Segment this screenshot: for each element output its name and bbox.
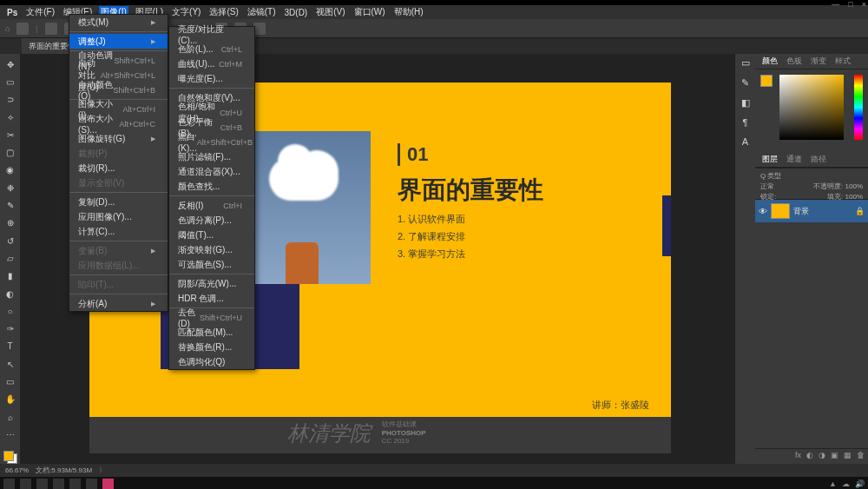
menu-item[interactable]: 反相(I)Ctrl+I <box>169 198 254 213</box>
menu-item[interactable]: 替换颜色(R)... <box>169 340 254 354</box>
menu-item[interactable]: 通道混合器(X)... <box>169 164 254 179</box>
menu-item[interactable]: 画布大小(S)...Alt+Ctrl+C <box>69 116 168 131</box>
menu-item[interactable]: 黑白(K)...Alt+Shift+Ctrl+B <box>169 135 254 149</box>
para-icon[interactable]: A <box>742 136 748 147</box>
blur-tool-icon[interactable]: ◐ <box>3 287 17 301</box>
task-icon[interactable] <box>36 479 48 490</box>
menu-item[interactable]: 照片滤镜(F)... <box>169 149 254 164</box>
zoom-level[interactable]: 66.67% <box>5 466 29 474</box>
menu-item[interactable]: 调整(J) <box>69 34 168 49</box>
opt-icon[interactable] <box>253 23 266 35</box>
hand-tool-icon[interactable]: ✋ <box>3 393 17 406</box>
close-button[interactable]: × <box>862 0 866 9</box>
folder-icon[interactable]: ▣ <box>831 451 838 462</box>
tray-icon[interactable]: ☁ <box>842 479 850 488</box>
color-swatch[interactable] <box>3 451 17 464</box>
menu-item[interactable]: 曲线(U)...Ctrl+M <box>169 56 254 71</box>
tab-styles[interactable]: 样式 <box>835 56 851 67</box>
wand-tool-icon[interactable]: ✧ <box>3 110 17 124</box>
tray-icon[interactable]: 🔊 <box>855 479 865 488</box>
menu-file[interactable]: 文件(F) <box>24 6 56 18</box>
layer-thumbnail[interactable] <box>771 203 790 219</box>
tab-gradient[interactable]: 渐变 <box>811 56 826 67</box>
eyedropper-tool-icon[interactable]: ◉ <box>3 163 17 177</box>
tab-channels[interactable]: 通道 <box>786 154 802 165</box>
menu-item[interactable]: 计算(C)... <box>69 224 168 239</box>
new-layer-icon[interactable]: ▦ <box>844 451 852 462</box>
saturation-field[interactable] <box>779 75 844 140</box>
menu-item[interactable]: 亮度/对比度(C)... <box>169 27 254 42</box>
menu-item[interactable]: 自动颜色(O)Shift+Ctrl+B <box>69 83 168 97</box>
tab-paths[interactable]: 路径 <box>811 154 826 165</box>
char-icon[interactable]: ¶ <box>743 117 748 128</box>
stamp-tool-icon[interactable]: ⊕ <box>3 216 17 230</box>
menu-3d[interactable]: 3D(D) <box>283 8 310 17</box>
opt-icon[interactable] <box>45 23 57 35</box>
menu-window[interactable]: 窗口(W) <box>352 6 387 18</box>
brush-tool-icon[interactable]: ✎ <box>3 198 17 212</box>
task-icon[interactable] <box>102 479 114 490</box>
tray-icon[interactable]: ▲ <box>829 479 837 488</box>
brush-panel-icon[interactable]: ✎ <box>741 77 749 89</box>
history-brush-icon[interactable]: ↺ <box>3 234 17 248</box>
tab-color[interactable]: 颜色 <box>762 56 778 67</box>
mask-icon[interactable]: ◐ <box>806 451 813 462</box>
trash-icon[interactable]: 🗑 <box>857 451 865 462</box>
layer-kind-select[interactable]: Q 类型 <box>760 171 863 182</box>
menu-item[interactable]: 渐变映射(G)... <box>169 242 254 257</box>
layer-row[interactable]: 👁 背景 🔒 <box>755 200 868 222</box>
pen-tool-icon[interactable]: ✑ <box>3 321 17 335</box>
eraser-tool-icon[interactable]: ▱ <box>3 251 17 265</box>
blend-mode-select[interactable]: 正常 <box>760 182 774 192</box>
tab-layers[interactable]: 图层 <box>762 154 778 165</box>
lasso-tool-icon[interactable]: ⊃ <box>3 93 17 107</box>
menu-item[interactable]: 色调分离(P)... <box>169 213 254 228</box>
home-icon[interactable]: ⌂ <box>5 24 10 33</box>
task-icon[interactable] <box>20 479 31 490</box>
menu-item[interactable]: 应用图像(Y)... <box>69 209 168 224</box>
task-icon[interactable] <box>86 479 97 490</box>
adjustment-icon[interactable]: ◑ <box>819 451 825 462</box>
heal-tool-icon[interactable]: ❉ <box>3 181 17 195</box>
menu-item[interactable]: HDR 色调... <box>169 291 254 306</box>
maximize-button[interactable]: □ <box>848 0 852 9</box>
menu-item[interactable]: 匹配颜色(M)... <box>169 325 254 340</box>
path-tool-icon[interactable]: ↖ <box>3 357 17 371</box>
color-picker[interactable] <box>755 69 868 152</box>
hue-slider[interactable] <box>854 75 863 140</box>
menu-item[interactable]: 模式(M) <box>69 15 168 30</box>
menu-help[interactable]: 帮助(H) <box>392 6 425 18</box>
move-tool-icon[interactable]: ✥ <box>3 57 17 71</box>
menu-filter[interactable]: 滤镜(T) <box>246 6 278 18</box>
menu-item[interactable]: 颜色查找... <box>169 179 254 194</box>
start-icon[interactable] <box>3 479 15 490</box>
menu-type[interactable]: 文字(Y) <box>170 6 202 18</box>
task-icon[interactable] <box>53 479 64 490</box>
gradient-tool-icon[interactable]: ▮ <box>3 269 17 283</box>
frame-tool-icon[interactable]: ▢ <box>3 145 17 159</box>
menu-item[interactable]: 曝光度(E)... <box>169 71 254 86</box>
menu-item[interactable]: 图像旋转(G) <box>69 131 168 146</box>
shape-tool-icon[interactable]: ▭ <box>3 374 17 388</box>
menu-item[interactable]: 阈值(T)... <box>169 228 254 242</box>
menu-item[interactable]: 可选颜色(S)... <box>169 257 254 272</box>
menu-item[interactable]: 复制(D)... <box>69 195 168 209</box>
marquee-tool-icon[interactable]: ▭ <box>3 75 17 89</box>
visibility-icon[interactable]: 👁 <box>759 207 767 216</box>
dodge-tool-icon[interactable]: ○ <box>3 304 17 318</box>
opacity-field[interactable]: 不透明度: 100% <box>813 182 863 192</box>
task-icon[interactable] <box>69 479 81 490</box>
menu-item[interactable]: 裁切(R)... <box>69 161 168 175</box>
minimize-button[interactable]: — <box>832 0 839 9</box>
menu-item[interactable]: 阴影/高光(W)... <box>169 276 254 291</box>
clone-icon[interactable]: ◧ <box>741 97 750 109</box>
zoom-tool-icon[interactable]: ⌕ <box>3 410 17 424</box>
menu-item[interactable]: 分析(A) <box>69 296 168 311</box>
fx-icon[interactable]: fx <box>795 451 801 462</box>
tool-preset-icon[interactable] <box>16 23 29 35</box>
menu-item[interactable]: 色阶(L)...Ctrl+L <box>169 42 254 56</box>
menu-select[interactable]: 选择(S) <box>207 6 240 18</box>
history-icon[interactable]: ▭ <box>741 57 750 69</box>
menu-item[interactable]: 去色(D)Shift+Ctrl+U <box>169 310 254 325</box>
tab-swatches[interactable]: 色板 <box>786 56 802 67</box>
